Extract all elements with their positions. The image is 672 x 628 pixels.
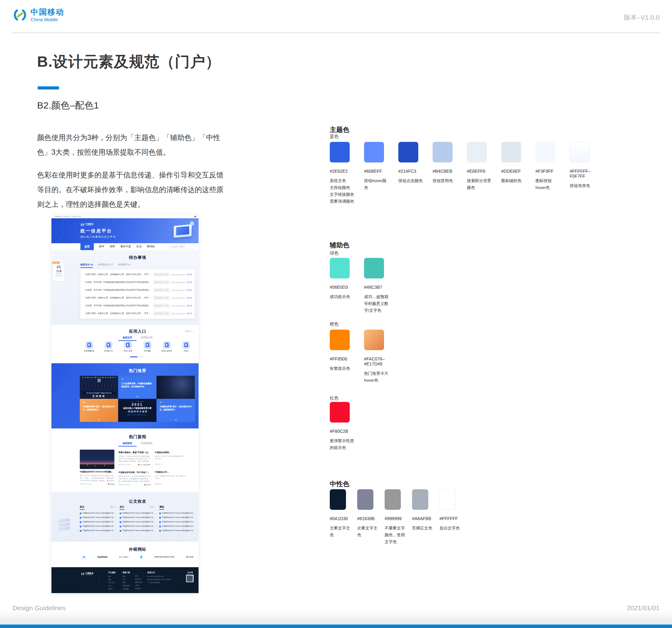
news-tabs: 集团新闻研究院新闻 [80,441,195,446]
event-note: 暨AIIA杯智能网络专题赛 [118,414,157,416]
docs-more-link: 更多 > [110,506,115,508]
todo-date: 2021-08-16 14:23 [171,305,185,307]
hot-card-text: 三大运营商齐聚，中国移动披露招股说明书，回A拟募560亿 [121,382,153,388]
news-meta: 2020-01-01 18:00忘了你的白蜗牛 [118,464,151,466]
portal-nav-item: 首页 [80,243,94,250]
document-icon [80,517,81,518]
footer-logo-text: 中国移动China Mobile [86,572,94,576]
app-entry: 研究院工会 [100,341,117,352]
apps-section-title: 应用入口 [80,329,195,334]
event-title: 首届全国人工智能创新应用大赛 [118,407,157,410]
footer-column-title: 资源下载 [122,571,130,574]
swatch-description: 不重要文字颜色，禁用文字色 [385,525,406,545]
docs-item-text: 中国移动发布5G-Advanced双链融合行动计划… [162,516,195,518]
swatch-column: #608EFF 按钮hover颜色 [364,142,398,205]
news-title: 中国移动公布… [155,471,187,474]
todo-tag: 集团党委办-会回函 [153,281,170,284]
portal-docs-section: 公文收发 收文更多 >中国移动发布5G-Advanced双链融合行动计划…中国移… [51,492,198,542]
docs-column-name: 通知 [159,506,164,510]
external-site-logo: STRATEGYANALYTICS [154,556,174,558]
brand-name-en: China Mobile [30,17,64,22]
swatch-column: #81839B 次要文字主色 [357,489,385,545]
docs-column: 发文更多 >中国移动发布5G-Advanced双链融合行动计划…中国移动发布5G… [120,506,155,532]
news-featured-column: 中国移动发布5G-Advanced双链融合行动计划… 面向广大用户，中国移动5G… [80,450,114,486]
color-swatch [467,142,487,162]
portal-search-box: 请输入关键字 [169,245,195,249]
news-excerpt: 推出5G FUN飞行，是中国移动加快提升行业企业责任的担当，发展普惠城乡各地的竞… [118,475,151,482]
footer-column: 平台服务邮件报表青草学堂生活易码站 [108,571,116,590]
deco [58,518,70,523]
docs-column-header: 通知 [159,506,195,510]
swatch-column: #999999 不重要文字颜色，禁用文字色 [385,489,412,545]
swatch-desc-line: 文字链接颜色 [330,191,355,198]
deco [97,379,101,382]
swatch-desc-line: 热门推荐卡片hover色 [364,370,389,384]
footer-gradient [0,610,672,625]
swatch-desc-line: 系统主色 [330,178,355,184]
version-label: 版本–V1.0.0 [624,13,659,22]
chevron-down-icon: ∨ [136,395,139,398]
news-excerpt: 据介绍，5G FUN飞行无自有最固和影平台，5G FUN… [155,455,187,462]
docs-column: 收文更多 >中国移动发布5G-Advanced双链融合行动计划…中国移动发布5G… [80,506,115,532]
footer-divider [99,572,99,586]
todo-tab: 研究院待办 12 [98,263,113,268]
swatch-description: 图标按钮hover色 [535,178,560,191]
document-icon [159,526,161,527]
footer-link: ☏ 010-66006668 [147,582,171,583]
swatch-hex-label: #B4CBEB [433,169,467,174]
docs-item-text: 中国移动发布5G-Advanced双链融合行动计划… [82,521,115,523]
event-logos: CAICT 中国信通院 [118,401,157,402]
footer-accent-bar [0,625,672,628]
swatch-row: #F80C2B 更强警示性质的提示色 [330,402,364,451]
todo-tab: 集团待办 08 [80,263,93,268]
color-swatch [412,489,428,510]
news-date: 2020-01-01 18:00 [80,483,92,485]
docs-item-text: 中国移动发布5G-Advanced双链融合行动计划… [122,530,155,532]
deco [58,526,70,531]
swatch-column: #B4CBEB 按钮禁用色 [433,142,467,205]
news-title: 恭喜中国移动，喜提“宇宙第一运营商”称号… [118,451,151,454]
footer-link: ◉ 北京市西城区宣武门内大街53号 [147,578,171,580]
apps-tabs: 集团应用研究院应用 [80,335,195,341]
search-icon [170,246,172,248]
footer-link: 记事本 [135,584,143,586]
document-icon [159,530,161,532]
avatar [57,265,61,270]
todo-tab: 待阅事项 16 [118,263,130,268]
docs-illustration [58,518,70,530]
app-icon [86,341,93,349]
apps-more-link: 全部入口 > [185,330,194,333]
document-icon [120,512,121,514]
docs-column-name: 发文 [120,506,124,510]
avatar [108,483,110,485]
chevron-down-icon: ∨ [98,418,100,421]
swatch-column: #2E62E2 系统主色主按钮颜色文字链接颜色需要强调颜色 [330,142,364,205]
todo-action-link: 去办理 [187,274,192,276]
todo-row: 「党群工作部（党委办公室、党风廉政办公室、巡查工作办公室）」关于开展年度… 集团… [83,294,192,302]
footer-link: 百度网盘 [122,588,130,590]
docs-item-text: 中国移动发布5G-Advanced双链融合行动计划… [162,521,195,523]
color-swatch [433,142,453,162]
app-entry: 乐智云 [177,341,195,352]
news-title: 中国移动成荣获… [155,451,187,454]
portal-nav: 首页邮件报表青草学堂生活易码站请输入关键字 [51,243,198,250]
swatch-desc-line: 按钮hover颜色 [364,178,389,191]
copyright: Copyright©1999–2021 中国移动 版权所有 京ICP备05002… [81,591,174,593]
docs-item: 中国移动发布5G-Advanced双链融合行动计划… [159,525,195,527]
hot-card-event: CAICT 中国信通院 2021 首届全国人工智能创新应用大赛 -智能网络专题赛… [118,399,157,422]
docs-item-text: 中国移动发布5G-Advanced双链融合行动计划… [162,525,195,527]
docs-item-text: 中国移动发布5G-Advanced双链融合行动计划… [82,530,115,532]
swatch-hex-label: #56E0D3 [330,285,364,290]
todo-tag: 集团党委办-会回函 [153,288,170,292]
todo-action-link: 去办理 [187,289,192,291]
swatch-column: #FFFFFF–F0F7FF 按钮渐变色 [570,142,604,205]
swatch-desc-line: 不重要文字颜色，禁用文字色 [385,525,406,545]
app-label: 研发工具栈 [119,350,137,352]
docs-item-text: 中国移动发布5G-Advanced双链融合行动计划… [162,530,195,532]
swatch-column: #46C3B7 成功，超预期等积极意义数字/文字色 [364,258,398,314]
swatch-column: #0A1D30 主要文字主色 [330,489,357,545]
docs-more-link: 更多 > [150,506,155,508]
app-icon [163,341,170,349]
color-swatch [357,489,374,510]
quote-icon: “ [83,402,115,404]
